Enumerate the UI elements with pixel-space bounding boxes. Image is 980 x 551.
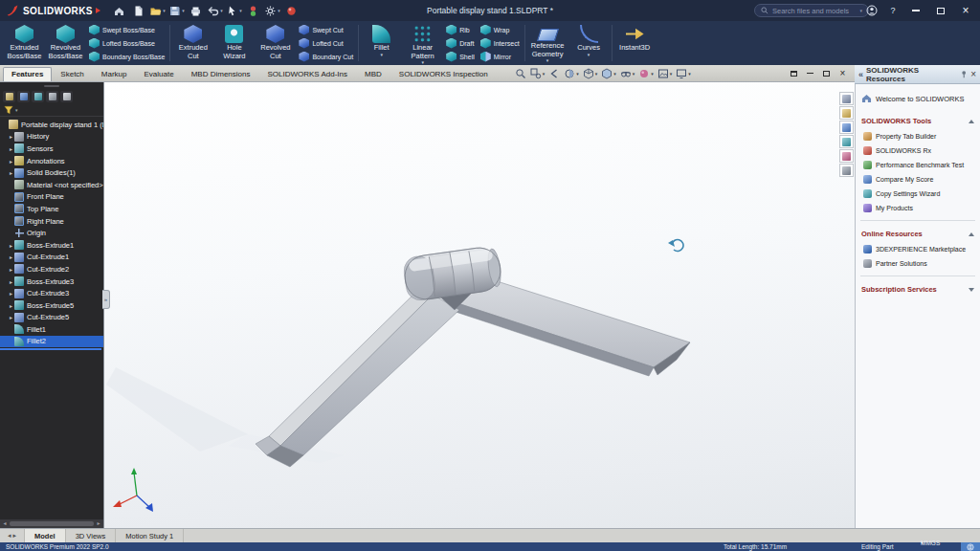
- tab-mbd-dimensions[interactable]: MBD Dimensions: [183, 67, 259, 81]
- expand-arrow-icon[interactable]: ▸: [8, 314, 14, 320]
- tree-item-cut-extrude3[interactable]: ▸Cut-Extrude3: [0, 287, 103, 299]
- tab-solidworks-add-ins[interactable]: SOLIDWORKS Add-Ins: [258, 67, 356, 81]
- doc-close-button[interactable]: ×: [836, 68, 849, 78]
- taskpane-item-copy-settings-wizard[interactable]: Copy Settings Wizard: [856, 187, 980, 201]
- tree-item-right-plane[interactable]: Right Plane: [0, 215, 103, 228]
- tab-3d-views[interactable]: 3D Views: [66, 529, 117, 542]
- doc-minimize-button[interactable]: [804, 68, 816, 78]
- section-solidworks-tools[interactable]: SOLIDWORKS Tools: [856, 113, 980, 129]
- pin-icon[interactable]: [960, 70, 968, 78]
- view-palette-tab[interactable]: [839, 135, 854, 148]
- expand-arrow-icon[interactable]: ▸: [8, 133, 14, 140]
- new-document-button[interactable]: [129, 2, 147, 19]
- expand-arrow-icon[interactable]: ▸: [8, 158, 14, 165]
- file-explorer-tab[interactable]: [839, 121, 854, 134]
- print-button[interactable]: [187, 2, 205, 19]
- property-manager-tab[interactable]: [17, 91, 30, 102]
- tree-item-material[interactable]: Material <not specified>: [0, 179, 103, 191]
- display-manager-tab[interactable]: [60, 91, 73, 102]
- mirror-button[interactable]: Mirror: [480, 51, 520, 63]
- appearance-button[interactable]: [282, 2, 301, 19]
- expand-arrow-icon[interactable]: ▸: [8, 290, 14, 297]
- tree-item-top-plane[interactable]: Top Plane: [0, 203, 103, 215]
- design-library-tab[interactable]: [839, 106, 854, 120]
- model-part[interactable]: [256, 245, 690, 467]
- minimize-button[interactable]: [903, 0, 928, 21]
- tree-item-front-plane[interactable]: Front Plane: [0, 191, 103, 204]
- zoom-to-fit-button[interactable]: [514, 68, 527, 79]
- instant3d-button[interactable]: Instant3D: [614, 23, 656, 63]
- expand-arrow-icon[interactable]: ▸: [8, 302, 14, 309]
- swept-boss-base-button[interactable]: Swept Boss/Base: [89, 24, 165, 36]
- close-button[interactable]: ×: [953, 0, 978, 21]
- revolved-cut-button[interactable]: Revolved Cut: [255, 23, 296, 63]
- boundary-boss-base-button[interactable]: Boundary Boss/Base: [89, 51, 165, 63]
- tree-item-boss-extrude3[interactable]: ▸Boss-Extrude3: [0, 276, 103, 288]
- tab-features[interactable]: Features: [3, 67, 52, 81]
- tree-filter-bar[interactable]: ▾: [0, 103, 103, 117]
- tree-item-fillet1[interactable]: Fillet1: [0, 323, 103, 336]
- tab-mbd[interactable]: MBD: [356, 67, 390, 81]
- tree-item-part-root[interactable]: Portable display stand 1 (Def: [0, 119, 103, 131]
- dimxpert-manager-tab[interactable]: [46, 91, 58, 102]
- scroll-prev-icon[interactable]: ◂: [8, 532, 11, 540]
- doc-restore-button[interactable]: [820, 68, 833, 78]
- tree-item-boss-extrude1[interactable]: ▸Boss-Extrude1: [0, 239, 103, 252]
- reference-geometry-button[interactable]: Reference Geometry ▾: [527, 23, 568, 63]
- tree-item-cut-extrude5[interactable]: ▸Cut-Extrude5: [0, 312, 103, 324]
- search-input[interactable]: [772, 7, 856, 15]
- taskpane-item-performance-benchmark[interactable]: Performance Benchmark Test: [856, 158, 980, 172]
- scroll-left-arrow[interactable]: ◂: [1, 519, 9, 528]
- tree-item-fillet2[interactable]: Fillet2: [0, 336, 103, 348]
- select-button[interactable]: ▾: [225, 2, 243, 19]
- solidworks-resources-tab[interactable]: [839, 92, 854, 105]
- edit-appearance-button[interactable]: ▾: [637, 68, 655, 79]
- tree-item-sensors[interactable]: ▸Sensors: [0, 143, 103, 155]
- taskpane-item-my-products[interactable]: My Products: [856, 201, 980, 215]
- display-style-button[interactable]: ▾: [600, 68, 617, 79]
- linear-pattern-button[interactable]: Linear Pattern ▾: [402, 23, 443, 63]
- custom-properties-tab[interactable]: [839, 164, 854, 177]
- expand-arrow-icon[interactable]: ▸: [8, 278, 14, 285]
- tab-motion-study-1[interactable]: Motion Study 1: [116, 529, 184, 542]
- tree-item-cut-extrude2[interactable]: ▸Cut-Extrude2: [0, 263, 103, 276]
- tree-horizontal-scrollbar[interactable]: ◂ ▸: [0, 519, 103, 528]
- rebuild-button[interactable]: [244, 2, 262, 19]
- rollback-bar[interactable]: [0, 348, 101, 350]
- lofted-cut-button[interactable]: Lofted Cut: [299, 37, 353, 50]
- scroll-right-arrow[interactable]: ▸: [95, 519, 102, 528]
- extruded-boss-base-button[interactable]: Extruded Boss/Base: [4, 23, 45, 63]
- expand-arrow-icon[interactable]: ▸: [8, 266, 14, 273]
- tab-model[interactable]: Model: [25, 529, 66, 542]
- welcome-link[interactable]: Welcome to SOLIDWORKS: [856, 90, 980, 113]
- model-canvas[interactable]: [104, 82, 856, 528]
- expand-arrow-icon[interactable]: ▸: [8, 253, 14, 260]
- curves-button[interactable]: Curves ▾: [568, 23, 610, 63]
- section-subscription-services[interactable]: Subscription Services: [856, 281, 980, 298]
- scroll-next-icon[interactable]: ▸: [13, 532, 17, 540]
- boundary-cut-button[interactable]: Boundary Cut: [299, 51, 353, 63]
- connection-status-button[interactable]: [961, 542, 980, 551]
- extruded-cut-button[interactable]: Extruded Cut: [172, 23, 213, 63]
- view-settings-button[interactable]: ▾: [675, 68, 692, 79]
- configuration-manager-tab[interactable]: [32, 91, 44, 102]
- save-button[interactable]: ▾: [167, 2, 186, 19]
- taskpane-item-3dexperience-marketplace[interactable]: 3DEXPERIENCE Marketplace: [856, 242, 980, 256]
- taskpane-item-property-tab-builder[interactable]: Property Tab Builder: [856, 129, 980, 143]
- wrap-button[interactable]: Wrap: [480, 24, 520, 36]
- restore-button[interactable]: [928, 0, 953, 21]
- close-pane-button[interactable]: ×: [970, 69, 976, 79]
- expand-arrow-icon[interactable]: ▸: [8, 169, 14, 176]
- previous-view-button[interactable]: [547, 68, 561, 79]
- tree-flyout-handle[interactable]: »: [102, 290, 110, 309]
- expand-arrow-icon[interactable]: ▸: [8, 242, 14, 249]
- options-button[interactable]: ▾: [263, 2, 281, 19]
- tab-scroll-buttons[interactable]: ◂▸: [0, 529, 25, 542]
- tab-sketch[interactable]: Sketch: [52, 67, 92, 81]
- tab-evaluate[interactable]: Evaluate: [136, 67, 183, 81]
- lofted-boss-base-button[interactable]: Lofted Boss/Base: [89, 37, 165, 50]
- shell-button[interactable]: Shell: [446, 51, 475, 63]
- panel-splitter-handle[interactable]: [0, 82, 103, 89]
- scrollbar-thumb[interactable]: [10, 521, 94, 526]
- view-orientation-button[interactable]: ▾: [582, 68, 599, 79]
